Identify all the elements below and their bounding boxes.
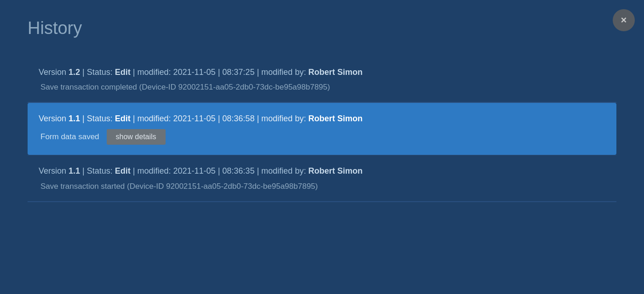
version-number-1: 1.2: [69, 68, 80, 77]
separator-2d: | modified by:: [257, 114, 308, 123]
history-item-2-header: Version 1.1 | Status: Edit | modified: 2…: [39, 113, 605, 124]
history-item-3: Version 1.1 | Status: Edit | modified: 2…: [28, 155, 616, 201]
modified-date-1: 2021-11-05: [173, 68, 216, 77]
show-details-button[interactable]: show details: [107, 129, 166, 145]
history-item-1-body: Save transaction completed (Device-ID 92…: [39, 83, 605, 92]
status-value-2: Edit: [115, 114, 131, 123]
separator-1c: |: [218, 68, 223, 77]
history-item-3-body: Save transaction started (Device-ID 9200…: [39, 182, 605, 191]
history-item-1: Version 1.2 | Status: Edit | modified: 2…: [28, 57, 616, 102]
description-2: Form data saved: [40, 132, 99, 141]
close-button[interactable]: ×: [613, 9, 635, 31]
modified-date-3: 2021-11-05: [173, 166, 216, 175]
modified-time-2: 08:36:58: [222, 114, 254, 123]
status-value-1: Edit: [115, 68, 131, 77]
status-label-1: Status:: [87, 68, 115, 77]
separator-1a: |: [82, 68, 87, 77]
history-list: Version 1.2 | Status: Edit | modified: 2…: [28, 57, 616, 202]
history-dialog: × History Version 1.2 | Status: Edit | m…: [0, 0, 644, 294]
separator-2c: |: [218, 114, 223, 123]
version-number-2: 1.1: [69, 114, 80, 123]
separator-3a: |: [82, 166, 87, 175]
version-label-3: Version: [39, 166, 69, 175]
status-label-3: Status:: [87, 166, 115, 175]
version-number-3: 1.1: [69, 166, 80, 175]
dialog-title: History: [28, 18, 616, 38]
separator-2a: |: [82, 114, 87, 123]
modified-time-1: 08:37:25: [222, 68, 254, 77]
separator-1b: | modified:: [133, 68, 173, 77]
separator-3d: | modified by:: [257, 166, 308, 175]
separator-3b: | modified:: [133, 166, 173, 175]
modified-date-2: 2021-11-05: [173, 114, 216, 123]
separator-line-3: [28, 202, 616, 202]
separator-2b: | modified:: [133, 114, 173, 123]
history-item-1-header: Version 1.2 | Status: Edit | modified: 2…: [39, 67, 605, 78]
modified-by-1: Robert Simon: [308, 68, 362, 77]
modified-by-3: Robert Simon: [308, 166, 362, 175]
status-label-2: Status:: [87, 114, 115, 123]
modified-by-2: Robert Simon: [308, 114, 362, 123]
separator-3c: |: [218, 166, 223, 175]
version-label-1: Version: [39, 68, 69, 77]
history-item-2-body: Form data saved show details: [39, 129, 605, 145]
description-1: Save transaction completed (Device-ID 92…: [40, 83, 330, 92]
description-3: Save transaction started (Device-ID 9200…: [40, 182, 318, 191]
history-item-2: Version 1.1 | Status: Edit | modified: 2…: [28, 103, 616, 155]
separator-1d: | modified by:: [257, 68, 308, 77]
version-label-2: Version: [39, 114, 69, 123]
modified-time-3: 08:36:35: [222, 166, 254, 175]
status-value-3: Edit: [115, 166, 131, 175]
history-item-3-header: Version 1.1 | Status: Edit | modified: 2…: [39, 165, 605, 177]
